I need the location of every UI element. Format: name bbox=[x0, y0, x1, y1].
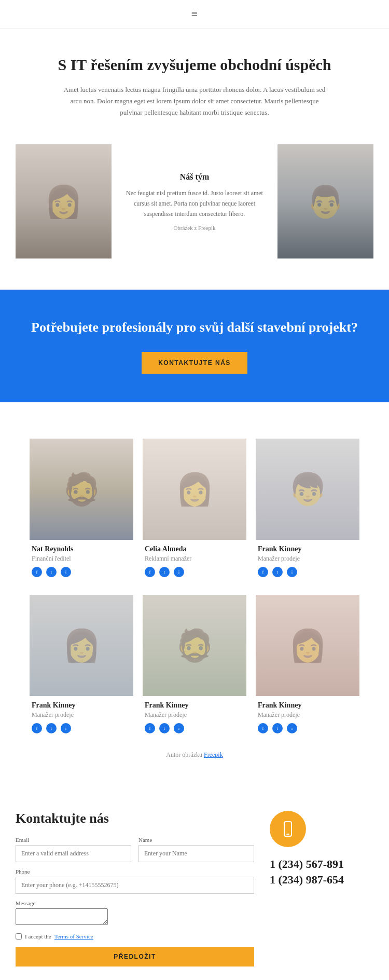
team-card-6: 👩 Frank Kinney Manažer prodeje f t i bbox=[256, 595, 359, 736]
team-member-role-1: Finanční ředitel bbox=[32, 555, 131, 563]
contact-right: 1 (234) 567-891 1 (234) 987-654 bbox=[270, 811, 373, 889]
header: ≡ bbox=[0, 0, 389, 29]
name-label: Name bbox=[138, 837, 254, 843]
terms-checkbox[interactable] bbox=[16, 933, 22, 940]
instagram-icon-3[interactable]: i bbox=[287, 567, 297, 577]
team-row-1: 🧔 Nat Reynolds Finanční ředitel f t i 👩 bbox=[16, 439, 373, 579]
team-intro-section: 👩 Náš tým Nec feugiat nisl pretium fusce… bbox=[0, 134, 389, 269]
team-card-img-3: 👦 bbox=[256, 439, 359, 540]
facebook-icon-3[interactable]: f bbox=[258, 567, 268, 577]
freepik-link[interactable]: Freepik bbox=[204, 751, 223, 758]
team-card-4: 👩 Frank Kinney Manažer prodeje f t i bbox=[30, 595, 133, 736]
terms-link[interactable]: Terms of Service bbox=[54, 933, 93, 940]
name-input[interactable] bbox=[138, 845, 254, 862]
twitter-icon-1[interactable]: t bbox=[46, 567, 57, 577]
svg-rect-1 bbox=[286, 834, 289, 835]
message-label: Message bbox=[16, 900, 254, 906]
team-card-5: 🧔 Frank Kinney Manažer prodeje f t i bbox=[143, 595, 246, 736]
banner-heading: Potřebujete profesionály pro svůj další … bbox=[31, 318, 358, 337]
phone-icon bbox=[280, 821, 296, 837]
team-intro-heading: Náš tým bbox=[122, 172, 267, 182]
message-input[interactable] bbox=[16, 908, 108, 925]
team-social-1: f t i bbox=[32, 567, 131, 577]
facebook-icon-5[interactable]: f bbox=[145, 723, 155, 733]
team-social-6: f t i bbox=[258, 723, 357, 733]
team-card-3: 👦 Frank Kinney Manažer prodeje f t i bbox=[256, 439, 359, 579]
phone-input[interactable] bbox=[16, 877, 254, 894]
message-group: Message bbox=[16, 900, 254, 927]
email-group: Email bbox=[16, 837, 131, 862]
team-social-2: f t i bbox=[145, 567, 244, 577]
team-card-img-2: 👩 bbox=[143, 439, 246, 540]
team-social-5: f t i bbox=[145, 723, 244, 733]
team-member-name-3: Frank Kinney bbox=[258, 545, 357, 553]
author-note: Autor obrázku Freepik bbox=[16, 751, 373, 759]
team-member-role-4: Manažer prodeje bbox=[32, 711, 131, 719]
team-card-img-4: 👩 bbox=[30, 595, 133, 696]
terms-prefix: I accept the bbox=[25, 933, 51, 940]
team-intro-description: Nec feugiat nisl pretium fusce id. Justo… bbox=[122, 188, 267, 220]
freepik-credit: Obrázek z Freepik bbox=[122, 225, 267, 231]
contact-title: Kontaktujte nás bbox=[16, 811, 254, 826]
team-social-3: f t i bbox=[258, 567, 357, 577]
team-member-role-6: Manažer prodeje bbox=[258, 711, 357, 719]
facebook-icon-2[interactable]: f bbox=[145, 567, 155, 577]
hero-section: S IT řešením zvyšujeme obchodní úspěch A… bbox=[0, 29, 389, 134]
team-card-img-1: 🧔 bbox=[30, 439, 133, 540]
phone-group: Phone bbox=[16, 868, 254, 894]
team-member-role-3: Manažer prodeje bbox=[258, 555, 357, 563]
team-card-2: 👩 Celia Almeda Reklamní manažer f t i bbox=[143, 439, 246, 579]
twitter-icon-4[interactable]: t bbox=[46, 723, 57, 733]
team-social-4: f t i bbox=[32, 723, 131, 733]
twitter-icon-5[interactable]: t bbox=[159, 723, 170, 733]
phone-number-1: 1 (234) 567-891 bbox=[270, 856, 373, 873]
instagram-icon-1[interactable]: i bbox=[61, 567, 71, 577]
hamburger-menu-icon[interactable]: ≡ bbox=[191, 7, 198, 21]
instagram-icon-2[interactable]: i bbox=[174, 567, 184, 577]
phone-icon-circle bbox=[270, 811, 306, 847]
team-member-role-2: Reklamní manažer bbox=[145, 555, 244, 563]
name-group: Name bbox=[138, 837, 254, 862]
terms-row: I accept the Terms of Service bbox=[16, 933, 254, 940]
facebook-icon-6[interactable]: f bbox=[258, 723, 268, 733]
facebook-icon-1[interactable]: f bbox=[32, 567, 42, 577]
team-photo-woman: 👩 bbox=[16, 144, 112, 258]
contact-button[interactable]: KONTAKTUJTE NÁS bbox=[142, 352, 247, 374]
twitter-icon-3[interactable]: t bbox=[272, 567, 283, 577]
blue-banner-section: Potřebujete profesionály pro svůj další … bbox=[0, 290, 389, 402]
team-photo-man: 👨 bbox=[277, 144, 373, 258]
team-card-1: 🧔 Nat Reynolds Finanční ředitel f t i bbox=[30, 439, 133, 579]
team-member-name-6: Frank Kinney bbox=[258, 701, 357, 710]
twitter-icon-2[interactable]: t bbox=[159, 567, 170, 577]
team-grid-section: 🧔 Nat Reynolds Finanční ředitel f t i 👩 bbox=[0, 423, 389, 795]
phone-label: Phone bbox=[16, 868, 254, 875]
form-row-email-name: Email Name bbox=[16, 837, 254, 862]
team-member-name-2: Celia Almeda bbox=[145, 545, 244, 553]
team-member-role-5: Manažer prodeje bbox=[145, 711, 244, 719]
team-card-img-6: 👩 bbox=[256, 595, 359, 696]
instagram-icon-5[interactable]: i bbox=[174, 723, 184, 733]
contact-section: Kontaktujte nás Email Name Phone Message bbox=[0, 795, 389, 980]
instagram-icon-4[interactable]: i bbox=[61, 723, 71, 733]
team-row-2: 👩 Frank Kinney Manažer prodeje f t i 🧔 bbox=[16, 595, 373, 736]
submit-button[interactable]: PŘEDLOŽIT bbox=[16, 947, 254, 967]
email-label: Email bbox=[16, 837, 131, 843]
phone-number-2: 1 (234) 987-654 bbox=[270, 872, 373, 888]
facebook-icon-4[interactable]: f bbox=[32, 723, 42, 733]
team-member-name-4: Frank Kinney bbox=[32, 701, 131, 710]
twitter-icon-6[interactable]: t bbox=[272, 723, 283, 733]
team-card-img-5: 🧔 bbox=[143, 595, 246, 696]
hero-description: Amet luctus venenatis lectus magna fring… bbox=[60, 84, 329, 118]
team-member-name-1: Nat Reynolds bbox=[32, 545, 131, 553]
email-input[interactable] bbox=[16, 845, 131, 862]
team-member-name-5: Frank Kinney bbox=[145, 701, 244, 710]
team-intro-text: Náš tým Nec feugiat nisl pretium fusce i… bbox=[112, 162, 277, 241]
instagram-icon-6[interactable]: i bbox=[287, 723, 297, 733]
hero-title: S IT řešením zvyšujeme obchodní úspěch bbox=[41, 55, 348, 75]
contact-form: Kontaktujte nás Email Name Phone Message bbox=[16, 811, 254, 967]
